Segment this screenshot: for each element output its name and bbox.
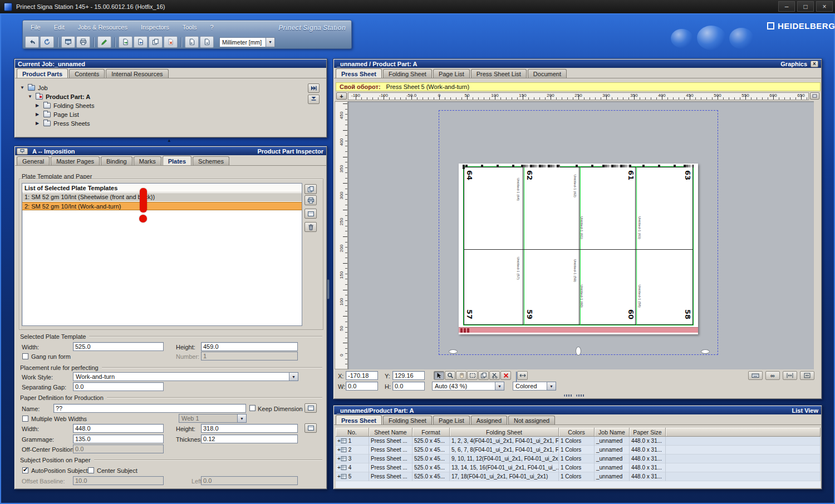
height-value-input[interactable] bbox=[392, 382, 425, 391]
ruler-options-button[interactable] bbox=[810, 92, 819, 100]
plate-template-row-1[interactable]: 1: SM 52 gm 10/Int (Sheetwise (front and… bbox=[22, 193, 302, 201]
delete-tool-button[interactable] bbox=[500, 371, 511, 380]
thickness-input[interactable] bbox=[201, 434, 298, 443]
tree-item-page-list[interactable]: ▶ Page List bbox=[36, 110, 79, 118]
tab-page-list[interactable]: Page List bbox=[433, 69, 470, 78]
paper-width-input[interactable] bbox=[73, 424, 164, 433]
fit-page-button[interactable] bbox=[800, 371, 814, 380]
tab-folding-sheet[interactable]: Folding Sheet bbox=[383, 69, 432, 78]
tab-page-list-list-view[interactable]: Page List bbox=[433, 416, 470, 424]
table-row[interactable]: + 1 Press Sheet ... 525.0 x 45... 1, 2, … bbox=[336, 437, 821, 446]
tab-not-assigned[interactable]: Not assigned bbox=[508, 416, 555, 424]
table-row[interactable]: + 4 Press Sheet ... 525.0 x 45... 13, 14… bbox=[336, 463, 821, 472]
chevron-down-icon[interactable]: ▼ bbox=[289, 372, 298, 381]
pan-tool-button[interactable] bbox=[517, 371, 528, 380]
tab-press-sheet-list-view[interactable]: Press Sheet bbox=[336, 415, 382, 424]
width-value-input[interactable] bbox=[346, 382, 378, 391]
go-to-end-button[interactable] bbox=[308, 83, 320, 93]
keep-dimension-checkbox[interactable] bbox=[249, 405, 256, 411]
tab-schemes[interactable]: Schemes bbox=[193, 156, 229, 165]
tab-plates[interactable]: Plates bbox=[163, 156, 191, 165]
redo-button[interactable] bbox=[40, 36, 54, 48]
sheet-copy-button[interactable] bbox=[149, 36, 163, 48]
zoom-select[interactable]: Auto (43 %) ▼ bbox=[432, 382, 504, 391]
menu-file[interactable]: File bbox=[24, 22, 47, 34]
sheet-export-button[interactable] bbox=[119, 36, 132, 48]
column-header-sheet-name[interactable]: Sheet Name bbox=[369, 428, 412, 437]
menu-jobs-resources[interactable]: Jobs & Resources bbox=[71, 22, 134, 34]
paper-height-input[interactable] bbox=[201, 424, 298, 433]
duplicate-template-button[interactable] bbox=[304, 184, 317, 194]
close-view-button[interactable]: × bbox=[811, 61, 818, 67]
plate-sheet-button[interactable] bbox=[304, 209, 317, 219]
tab-internal-resources[interactable]: Internal Resources bbox=[106, 69, 168, 78]
hand-tool-button[interactable] bbox=[456, 371, 466, 380]
table-row[interactable]: + 5 Press Sheet ... 525.0 x 45... 17, 18… bbox=[336, 472, 821, 481]
unit-select[interactable]: Millimeter [mm] ▼ bbox=[219, 37, 275, 47]
marquee-tool-button[interactable] bbox=[467, 371, 478, 380]
edit-pen-button[interactable] bbox=[97, 36, 111, 48]
pages-tool-button[interactable] bbox=[478, 371, 489, 380]
table-row[interactable]: + 3 Press Sheet ... 525.0 x 45... 9, 10,… bbox=[336, 454, 821, 463]
tab-press-sheet[interactable]: Press Sheet bbox=[336, 68, 382, 78]
plate-template-list[interactable]: List of Selected Plate Templates 1: SM 5… bbox=[22, 183, 302, 326]
column-header-colors[interactable]: Colors bbox=[559, 428, 595, 437]
horizontal-splitter-handle[interactable] bbox=[564, 394, 573, 397]
fit-width-button[interactable] bbox=[783, 371, 797, 380]
menu-inspectors[interactable]: Inspectors bbox=[134, 22, 176, 34]
keyboard-button[interactable] bbox=[748, 371, 763, 380]
center-subject-checkbox[interactable] bbox=[88, 467, 94, 473]
y-coordinate-input[interactable] bbox=[392, 371, 425, 380]
tab-document[interactable]: Document bbox=[528, 69, 567, 78]
chevron-collapsed-icon[interactable]: ▶ bbox=[36, 112, 41, 117]
zoom-tool-button[interactable] bbox=[445, 371, 455, 380]
delete-template-button[interactable] bbox=[304, 222, 317, 232]
autoposition-checkbox[interactable] bbox=[22, 467, 28, 473]
chevron-expanded-icon[interactable]: ▼ bbox=[20, 85, 25, 90]
link-views-button[interactable]: ∞ bbox=[765, 371, 780, 380]
column-header-folding-sheet[interactable]: Folding Sheet bbox=[450, 428, 559, 437]
tab-press-sheet-list[interactable]: Press Sheet List bbox=[471, 69, 527, 78]
tab-marks[interactable]: Marks bbox=[134, 156, 161, 165]
pin-button[interactable] bbox=[17, 148, 28, 155]
chevron-down-icon[interactable]: ▼ bbox=[266, 37, 275, 47]
grammage-input[interactable] bbox=[73, 434, 164, 443]
gang-run-checkbox[interactable] bbox=[22, 353, 28, 359]
color-mode-select[interactable]: Colored ▼ bbox=[513, 382, 556, 391]
tab-general[interactable]: General bbox=[17, 156, 50, 165]
work-style-select[interactable]: Work-and-turn ▼ bbox=[73, 372, 298, 381]
tree-item-folding-sheets[interactable]: ▶ Folding Sheets bbox=[36, 101, 94, 110]
x-coordinate-input[interactable] bbox=[346, 371, 378, 380]
plate-handle[interactable] bbox=[701, 349, 710, 354]
tree-item-product-part[interactable]: ▼ Product Part: A bbox=[28, 92, 90, 101]
minimize-button[interactable]: – bbox=[778, 1, 795, 12]
paper-picker-button[interactable] bbox=[304, 403, 317, 413]
chevron-down-icon[interactable]: ▼ bbox=[547, 382, 556, 391]
tab-binding[interactable]: Binding bbox=[101, 156, 132, 165]
sheet-import-button[interactable] bbox=[134, 36, 148, 48]
page-forward-button[interactable] bbox=[200, 36, 214, 48]
undo-button[interactable] bbox=[25, 36, 39, 48]
import-template-button[interactable] bbox=[304, 195, 317, 205]
page-back-button[interactable] bbox=[185, 36, 199, 48]
sheet-delete-button[interactable] bbox=[164, 36, 178, 48]
chevron-expanded-icon[interactable]: ▼ bbox=[28, 94, 33, 99]
cut-tool-button[interactable] bbox=[489, 371, 500, 380]
column-header-no[interactable]: No. bbox=[336, 428, 369, 437]
menu-help[interactable]: ? bbox=[203, 22, 220, 34]
close-button[interactable]: × bbox=[816, 1, 833, 12]
menu-tools[interactable]: Tools bbox=[176, 22, 204, 34]
plate-handle[interactable] bbox=[449, 349, 458, 354]
column-header-job-name[interactable]: Job Name bbox=[595, 428, 630, 437]
tab-contents[interactable]: Contents bbox=[69, 69, 105, 78]
column-header-format[interactable]: Format bbox=[412, 428, 450, 437]
plate-template-row-2-selected[interactable]: 2: SM 52 gm 10/Int (Work-and-turn) bbox=[22, 202, 302, 210]
tree-item-job[interactable]: ▼ Job bbox=[20, 83, 48, 92]
maximize-button[interactable]: □ bbox=[797, 1, 814, 12]
chevron-collapsed-icon[interactable]: ▶ bbox=[36, 103, 41, 108]
print-button[interactable] bbox=[76, 36, 90, 48]
go-to-bottom-button[interactable] bbox=[308, 95, 320, 104]
paper-name-input[interactable] bbox=[53, 404, 246, 413]
press-sheet-canvas[interactable]: 64 62 61 63 57 59 60 58 Untitled-1 (64) … bbox=[348, 101, 814, 369]
column-header-paper-size[interactable]: Paper Size bbox=[630, 428, 666, 437]
